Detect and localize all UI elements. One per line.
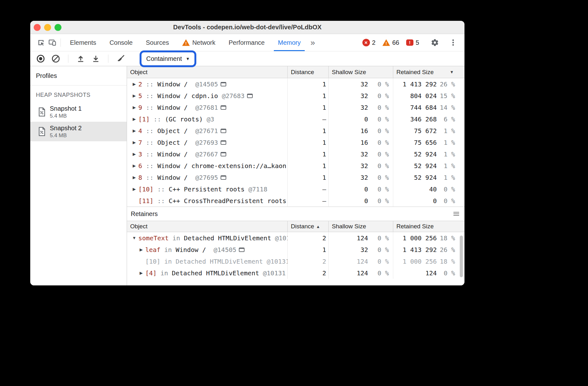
retained-size-percent: 1 % (437, 174, 464, 181)
inspect-element-icon[interactable] (35, 37, 47, 48)
retainer-row[interactable]: ▼someText in Detached HTMLDivElement @10… (127, 232, 464, 244)
retained-size-cell: 75 6721 % (393, 125, 464, 137)
errors-indicator[interactable]: ✕ 2 (362, 39, 376, 46)
tab-elements[interactable]: Elements (63, 34, 103, 51)
reveal-window-icon[interactable] (221, 105, 226, 110)
collect-garbage-broom-icon[interactable] (115, 53, 126, 64)
reveal-window-icon[interactable] (221, 140, 226, 145)
column-header-shallow-size[interactable]: Shallow Size (329, 66, 393, 78)
containment-row[interactable]: ▶2 :: Window / @145051320 %1 413 29226 % (127, 78, 464, 90)
retained-size-value: 52 924 (393, 174, 437, 181)
shallow-size-value: 16 (329, 139, 368, 146)
tab-performance[interactable]: Performance (222, 34, 272, 51)
object-id: @27671 (188, 127, 218, 135)
column-header-distance[interactable]: Distance ▲ (288, 221, 329, 232)
object-name: [10] (145, 258, 160, 265)
shallow-size-value: 32 (329, 162, 368, 170)
column-label: Shallow Size (332, 223, 366, 230)
column-header-distance[interactable]: Distance (288, 66, 329, 78)
expander-collapsed-icon[interactable]: ▶ (130, 140, 138, 145)
column-header-shallow-size[interactable]: Shallow Size (329, 221, 393, 232)
retained-size-value: 1 000 256 (393, 234, 437, 242)
object-type: Window / (157, 80, 187, 88)
reveal-window-icon[interactable] (221, 82, 226, 86)
expander-expanded-icon[interactable]: ▼ (130, 236, 138, 240)
column-header-retained-size[interactable]: Retained Size (393, 221, 464, 232)
reveal-window-icon[interactable] (221, 152, 226, 156)
containment-row[interactable]: ▶8 :: Window / @276951320 %52 9241 % (127, 172, 464, 183)
expander-collapsed-icon[interactable]: ▶ (137, 247, 145, 252)
retained-size-cell: 1240 % (393, 267, 464, 279)
column-header-retained-size[interactable]: Retained Size ▼ (393, 66, 464, 78)
column-header-object[interactable]: Object (127, 66, 288, 78)
expander-collapsed-icon[interactable]: ▶ (130, 175, 138, 180)
retained-size-value: 52 924 (393, 162, 437, 170)
tab-label: Sources (146, 39, 169, 46)
save-profile-icon[interactable] (90, 53, 101, 64)
tab-console[interactable]: Console (103, 34, 139, 51)
shallow-size-value: 124 (329, 269, 368, 277)
containment-row[interactable]: ▶6 :: Window / chrome-extension://a…kaon… (127, 160, 464, 172)
warnings-indicator[interactable]: ! 66 (383, 39, 399, 46)
object-type: Window / (157, 150, 187, 158)
containment-row[interactable]: ▶7 :: Object / @276931160 %75 6561 % (127, 137, 464, 148)
shallow-size-cell: 320 % (329, 90, 393, 102)
error-count: 2 (372, 39, 376, 46)
containment-row[interactable]: ▶[10] :: C++ Persistent roots @7118–00 %… (127, 183, 464, 195)
snapshot-item-1[interactable]: Snapshot 1 5.4 MB (30, 102, 127, 122)
retainer-row[interactable]: [10] in Detached HTMLDivElement @1013121… (127, 255, 464, 267)
hamburger-menu-icon[interactable] (453, 211, 459, 216)
object-name: someText (138, 234, 169, 242)
titlebar[interactable]: DevTools - codepen.io/web-dot-dev/live/P… (30, 21, 464, 34)
expander-collapsed-icon[interactable]: ▶ (130, 82, 138, 86)
reveal-window-icon[interactable] (247, 94, 253, 98)
issues-indicator[interactable]: ! 5 (406, 39, 419, 46)
vertical-scrollbar[interactable] (460, 236, 463, 277)
panel-tabs: ElementsConsoleSources!NetworkPerformanc… (63, 34, 307, 51)
record-heap-snapshot-icon[interactable] (35, 53, 46, 64)
reveal-window-icon[interactable] (221, 129, 226, 133)
more-tabs-button[interactable]: » (307, 38, 318, 47)
expander-collapsed-icon[interactable]: ▶ (130, 187, 138, 191)
shallow-size-cell: 00 % (329, 183, 393, 195)
object-id: @3 (203, 115, 214, 123)
kebab-menu-icon[interactable] (447, 37, 459, 48)
reveal-window-icon[interactable] (239, 248, 245, 252)
expander-collapsed-icon[interactable]: ▶ (130, 128, 138, 133)
close-window-button[interactable] (34, 24, 41, 31)
expander-collapsed-icon[interactable]: ▶ (137, 271, 145, 275)
shallow-size-value: 124 (329, 234, 368, 242)
clear-all-profiles-icon[interactable] (50, 53, 61, 64)
settings-gear-icon[interactable] (429, 37, 441, 48)
containment-row[interactable]: ▶5 :: Window / cdpn.io @276831320 %804 0… (127, 90, 464, 102)
reveal-window-icon[interactable] (221, 175, 226, 180)
tab-memory[interactable]: Memory (271, 34, 307, 51)
object-id: @10131 (263, 258, 288, 265)
expander-collapsed-icon[interactable]: ▶ (130, 163, 138, 168)
minimize-window-button[interactable] (44, 24, 51, 31)
view-mode-value: Containment (146, 55, 182, 62)
snapshot-item-2[interactable]: Snapshot 2 5.4 MB (30, 122, 127, 141)
zoom-window-button[interactable] (55, 24, 61, 31)
containment-row[interactable]: ▶[1] :: (GC roots) @3–00 %346 2686 % (127, 113, 464, 125)
tab-network[interactable]: !Network (176, 34, 222, 51)
expander-collapsed-icon[interactable]: ▶ (130, 105, 138, 110)
object-id: @27693 (188, 139, 218, 146)
expander-collapsed-icon[interactable]: ▶ (130, 117, 138, 121)
view-mode-select[interactable]: Containment ▼ (141, 53, 195, 65)
column-header-object[interactable]: Object (127, 221, 288, 232)
device-toolbar-icon[interactable] (47, 37, 58, 48)
object-cell: ▶leaf in Window / @14505 (127, 244, 288, 255)
object-name: 3 (138, 150, 142, 158)
containment-row[interactable]: ▶9 :: Window / @276811320 %744 68414 % (127, 102, 464, 113)
object-type: Detached HTMLDivElement (176, 258, 263, 265)
retainer-row[interactable]: ▶leaf in Window / @145051320 %1 413 2922… (127, 244, 464, 255)
load-profile-icon[interactable] (75, 53, 86, 64)
expander-collapsed-icon[interactable]: ▶ (130, 152, 138, 156)
expander-collapsed-icon[interactable]: ▶ (130, 93, 138, 98)
containment-row[interactable]: [11] :: C++ CrossThreadPersistent roots–… (127, 195, 464, 207)
containment-row[interactable]: ▶3 :: Window / @276671320 %52 9241 % (127, 148, 464, 160)
containment-row[interactable]: ▶4 :: Object / @276711160 %75 6721 % (127, 125, 464, 137)
retainer-row[interactable]: ▶[4] in Detached HTMLDivElement @1013121… (127, 267, 464, 279)
tab-sources[interactable]: Sources (139, 34, 176, 51)
